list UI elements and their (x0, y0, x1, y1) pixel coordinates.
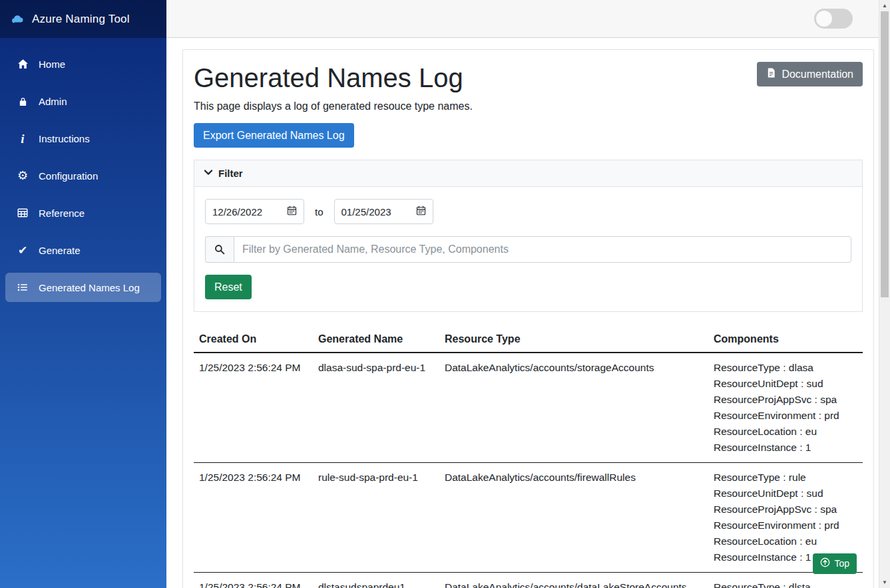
component-line: ResourceLocation : eu (714, 533, 857, 549)
lock-icon (16, 96, 29, 106)
sidebar-item-label: Configuration (39, 170, 98, 182)
date-to-field[interactable] (341, 206, 407, 218)
table-header-row: Created On Generated Name Resource Type … (194, 327, 863, 353)
theme-toggle-knob (816, 11, 832, 27)
sidebar-item-label: Generate (39, 245, 81, 256)
reset-button-label: Reset (214, 281, 242, 293)
generated-names-table: Created On Generated Name Resource Type … (194, 327, 863, 588)
date-from-field[interactable] (212, 206, 278, 218)
sidebar-item-label: Reference (39, 208, 85, 219)
gear-icon: ⚙ (16, 170, 29, 182)
app-brand: Azure Naming Tool (0, 0, 166, 38)
component-line: ResourceInstance : 1 (714, 440, 857, 456)
document-icon (766, 68, 776, 80)
scroll-to-top-button[interactable]: Top (813, 553, 857, 574)
component-line: ResourceLocation : eu (714, 424, 857, 440)
documentation-button[interactable]: Documentation (757, 62, 863, 86)
filter-panel: Filter to (194, 160, 863, 312)
cell-created-on: 1/25/2023 2:56:24 PM (194, 463, 313, 573)
search-group (205, 236, 851, 263)
cell-generated-name: rule-sud-spa-prd-eu-1 (313, 463, 439, 573)
app-title: Azure Naming Tool (32, 13, 130, 26)
scrollbar-down-arrow[interactable]: ▼ (879, 577, 890, 588)
filter-search-input[interactable] (234, 236, 851, 263)
cell-created-on: 1/25/2023 2:56:24 PM (194, 353, 313, 463)
chevron-down-icon (204, 168, 213, 179)
export-log-button-label: Export Generated Names Log (203, 129, 345, 142)
cell-resource-type: DataLakeAnalytics/accounts/dataLakeStore… (439, 573, 708, 588)
cell-resource-type: DataLakeAnalytics/accounts/firewallRules (439, 463, 708, 573)
sidebar-nav: Home Admin i Instructions ⚙ Configuratio… (0, 38, 166, 302)
check-icon: ✔ (16, 245, 29, 256)
documentation-button-label: Documentation (781, 68, 853, 80)
component-line: ResourceProjAppSvc : spa (714, 392, 857, 408)
sidebar-item-configuration[interactable]: ⚙ Configuration (5, 161, 161, 190)
info-icon: i (16, 132, 29, 145)
table-row: 1/25/2023 2:56:24 PM dlstasudspaprdeu1 D… (194, 573, 863, 588)
table-row: 1/25/2023 2:56:24 PM dlasa-sud-spa-prd-e… (194, 353, 863, 463)
column-header-created-on: Created On (194, 327, 313, 353)
table-icon (16, 208, 29, 218)
page-card: Generated Names Log Documentation This p… (182, 49, 874, 588)
date-range-to-label: to (315, 206, 324, 218)
search-icon (205, 236, 234, 263)
sidebar: Azure Naming Tool Home Admin i Instructi… (0, 0, 166, 588)
sidebar-item-label: Admin (39, 96, 67, 107)
sidebar-item-reference[interactable]: Reference (5, 198, 161, 227)
sidebar-item-label: Generated Names Log (39, 282, 140, 293)
component-line: ResourceType : dlasa (714, 360, 857, 376)
cell-components: ResourceType : dlasa ResourceUnitDept : … (708, 353, 863, 463)
cell-generated-name: dlstasudspaprdeu1 (313, 573, 439, 588)
page-title: Generated Names Log (194, 62, 463, 94)
page-subtitle: This page displays a log of generated re… (194, 100, 863, 112)
export-log-button[interactable]: Export Generated Names Log (194, 123, 354, 148)
component-line: ResourceEnvironment : prd (714, 517, 857, 533)
filter-body: to (194, 187, 862, 311)
column-header-components: Components (708, 327, 863, 353)
filter-header-label: Filter (218, 168, 243, 179)
component-line: ResourceType : rule (714, 470, 857, 486)
column-header-generated-name: Generated Name (313, 327, 439, 353)
calendar-icon[interactable] (287, 206, 297, 218)
reset-button[interactable]: Reset (205, 275, 252, 299)
sidebar-item-generate[interactable]: ✔ Generate (5, 235, 161, 265)
cell-resource-type: DataLakeAnalytics/accounts/storageAccoun… (439, 353, 708, 463)
sidebar-item-admin[interactable]: Admin (5, 86, 161, 116)
component-line: ResourceProjAppSvc : spa (714, 502, 857, 517)
calendar-icon[interactable] (416, 206, 426, 218)
sidebar-item-label: Instructions (39, 133, 90, 144)
sidebar-item-instructions[interactable]: i Instructions (5, 124, 161, 153)
component-line: ResourceType : dlsta (714, 579, 857, 588)
scrollbar-up-arrow[interactable]: ▲ (879, 0, 890, 11)
home-icon (16, 59, 29, 70)
main-area: Generated Names Log Documentation This p… (166, 0, 890, 588)
sidebar-item-label: Home (39, 59, 65, 70)
top-bar (166, 0, 890, 38)
filter-accordion-header[interactable]: Filter (194, 160, 862, 187)
arrow-up-circle-icon (820, 557, 830, 570)
date-from-input[interactable] (205, 199, 304, 224)
table-row: 1/25/2023 2:56:24 PM rule-sud-spa-prd-eu… (194, 463, 863, 573)
sidebar-item-generated-names-log[interactable]: Generated Names Log (5, 273, 161, 302)
scroll-to-top-label: Top (834, 558, 849, 569)
cell-components: ResourceType : dlsta ResourceUnitDept : … (708, 573, 863, 588)
component-line: ResourceEnvironment : prd (714, 408, 857, 424)
date-range-row: to (205, 199, 851, 224)
component-line: ResourceUnitDept : sud (714, 486, 857, 502)
cell-generated-name: dlasa-sud-spa-prd-eu-1 (313, 353, 439, 463)
cloud-icon (11, 13, 24, 26)
page-scrollbar[interactable]: ▲ ▼ (879, 0, 890, 588)
list-icon (16, 282, 29, 293)
component-line: ResourceUnitDept : sud (714, 376, 857, 392)
sidebar-item-home[interactable]: Home (5, 49, 161, 78)
cell-created-on: 1/25/2023 2:56:24 PM (194, 573, 313, 588)
theme-toggle[interactable] (814, 9, 853, 29)
page-header-row: Generated Names Log Documentation (194, 62, 863, 94)
column-header-resource-type: Resource Type (439, 327, 708, 353)
scrollbar-thumb[interactable] (881, 11, 889, 297)
date-to-input[interactable] (334, 199, 433, 224)
content-area: Generated Names Log Documentation This p… (166, 38, 890, 588)
app-root: Azure Naming Tool Home Admin i Instructi… (0, 0, 890, 588)
